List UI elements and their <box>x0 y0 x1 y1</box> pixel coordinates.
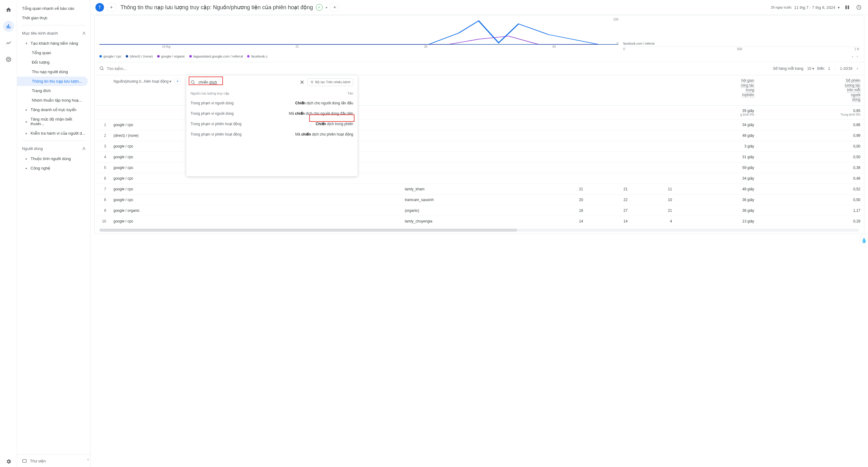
legend-next-icon[interactable]: › <box>856 54 859 59</box>
rail-advertising-icon[interactable] <box>3 54 14 65</box>
svg-point-9 <box>191 81 194 83</box>
sidebar-item-audience[interactable]: Đối tượng <box>17 58 90 67</box>
dropdown-col-name: Tên <box>347 91 353 95</box>
col-sessions-per-user[interactable]: Số phiêntương táctrên mỗingườidùng <box>758 75 864 105</box>
table-search-input[interactable] <box>107 66 770 71</box>
page-range: 1-10/18 <box>840 66 852 71</box>
svg-rect-3 <box>845 5 847 9</box>
header: T + Thông tin thu nạp lưu lượng truy cập… <box>91 0 868 15</box>
multi-channel-filter-button[interactable]: Bộ lọc Trên nhiều kênh <box>307 78 353 86</box>
rows-per-page-label: Số hàng mỗi trang: <box>773 66 804 71</box>
bar-chart[interactable]: facebook.com / referral 0 500 1 N <box>623 18 859 51</box>
goto-label: Đến: <box>817 66 825 71</box>
dropdown-col-scope: Nguồn lưu lượng truy cập <box>190 91 229 95</box>
rows-per-page-select[interactable]: 10 ▾ <box>807 66 814 71</box>
dimension-search-input[interactable]: chiến dịch <box>198 80 297 84</box>
page-prev-icon[interactable]: ‹ <box>833 65 837 72</box>
chevron-down-icon: ▾ <box>838 5 840 10</box>
table-row[interactable]: 8google / cpctramcam_sausinh20221036 giâ… <box>94 194 864 205</box>
filter-icon <box>310 81 314 84</box>
chevron-down-icon: ▾ <box>169 79 171 84</box>
table-row[interactable]: 10google / cpctamly_chuyengia1414413 giâ… <box>94 216 864 227</box>
svg-line-8 <box>102 69 103 70</box>
clear-search-icon[interactable]: ✕ <box>300 79 304 86</box>
search-icon <box>190 80 195 85</box>
chevron-down-icon: ▾ <box>26 41 29 45</box>
col-engagement-time[interactable]: hời gianrơng táctrungh/phiên <box>676 75 758 105</box>
svg-rect-2 <box>23 459 26 462</box>
sidebar-section-user[interactable]: Người dùng ᐱ <box>17 143 90 154</box>
svg-point-0 <box>6 57 11 62</box>
chart-legend: google / cpc (direct) / (none) google / … <box>94 52 864 62</box>
legend-item[interactable]: google / organic <box>157 55 185 58</box>
svg-rect-4 <box>848 5 849 9</box>
dimension-option[interactable]: Trong phạm vi phiên hoạt độngMã chiến dị… <box>186 129 358 140</box>
add-comparison-button[interactable]: + <box>107 3 116 11</box>
sidebar-overview[interactable]: Tổng quan nhanh về báo cáo <box>17 4 90 13</box>
rail-settings-icon[interactable] <box>3 456 14 467</box>
svg-point-1 <box>7 58 9 61</box>
table-row[interactable]: 7google / cpctamly_kham21211148 giây0,52 <box>94 184 864 194</box>
legend-item[interactable]: google / cpc <box>99 55 121 58</box>
rail-explore-icon[interactable] <box>3 37 14 48</box>
workspace-avatar[interactable]: T <box>95 3 104 11</box>
status-check-icon[interactable]: ✓ <box>316 4 323 11</box>
sidebar-tech[interactable]: ▸Công nghệ <box>17 164 90 173</box>
chevron-up-icon: ᐱ <box>83 31 85 35</box>
search-icon <box>99 66 104 71</box>
sidebar-leadgen[interactable]: ▾ Tạo khách hàng tiềm năng <box>17 38 90 48</box>
rail-home-icon[interactable] <box>3 4 14 15</box>
add-button-2[interactable]: + <box>330 3 339 11</box>
sidebar-realtime[interactable]: Thời gian thực <box>17 13 90 23</box>
table-row[interactable]: 9google / organic(organic)18272136 giây1… <box>94 205 864 216</box>
horizontal-scrollbar[interactable] <box>99 229 859 232</box>
date-range-picker[interactable]: 28 ngày trước 11 thg 7 - 7 thg 8, 2024 ▾ <box>771 5 840 10</box>
line-chart[interactable]: 1000 14 thg 21 28 04 <box>99 18 618 51</box>
legend-item[interactable]: facebook.c <box>247 55 267 58</box>
goto-value[interactable]: 1 <box>828 66 830 71</box>
sidebar-item-landing[interactable]: Trang đích <box>17 86 90 95</box>
sidebar-awareness[interactable]: ▸Tăng mức độ nhận biết thươn... <box>17 114 90 128</box>
sidebar-library[interactable]: Thư viện <box>17 455 90 467</box>
dimension-picker-dropdown: chiến dịch ✕ Bộ lọc Trên nhiều kênh Nguồ… <box>186 75 358 176</box>
sidebar-item-traffic-acq[interactable]: Thông tin thu nạp lưu lượn... <box>17 77 88 86</box>
chart-area: 1000 14 thg 21 28 04 facebook.com / refe… <box>94 15 864 52</box>
sidebar-section-business[interactable]: Mục tiêu kinh doanh ᐱ <box>17 28 90 38</box>
svg-point-7 <box>100 67 103 69</box>
sidebar-user-attr[interactable]: ▸Thuộc tính người dùng <box>17 154 90 164</box>
sidebar-collapse-icon[interactable]: ‹ <box>86 455 91 463</box>
share-icon[interactable] <box>855 3 863 11</box>
sidebar-item-overview[interactable]: Tổng quan <box>17 48 90 58</box>
svg-line-10 <box>194 83 194 84</box>
nav-rail <box>0 0 17 467</box>
add-dimension-button[interactable]: + <box>174 78 181 85</box>
sidebar-sales[interactable]: ▸Tăng doanh số trực tuyến <box>17 105 90 114</box>
legend-item[interactable]: (direct) / (none) <box>126 55 153 58</box>
legend-item[interactable]: tagassistant.google.com / referral <box>189 55 243 58</box>
title-dropdown-icon[interactable]: ▾ <box>326 6 327 9</box>
dimension-option[interactable]: Trong phạm vi người dùngMã chiến dịch ch… <box>186 108 358 119</box>
dimension-option[interactable]: Trong phạm vi người dùngChiến dịch cho n… <box>186 98 358 108</box>
page-next-icon[interactable]: › <box>856 65 859 72</box>
rail-reports-icon[interactable] <box>3 21 14 32</box>
chevron-up-icon: ᐱ <box>83 146 85 151</box>
sidebar: Tổng quan nhanh về báo cáo Thời gian thự… <box>17 0 91 467</box>
sidebar-item-cohort[interactable]: Nhóm thuần tập trong hoạ... <box>17 95 90 105</box>
page-title: Thông tin thu nạp lưu lượng truy cập: Ng… <box>121 4 313 11</box>
dimension-option[interactable]: Trong phạm vi phiên hoạt độngChiến dịch … <box>186 119 358 129</box>
sidebar-behavior[interactable]: ▸Kiểm tra hành vi của người d... <box>17 128 90 138</box>
library-icon <box>22 459 27 463</box>
compare-icon[interactable] <box>843 3 851 11</box>
legend-prev-icon[interactable]: ‹ <box>851 54 855 59</box>
sidebar-item-user-acq[interactable]: Thu nạp người dùng <box>17 67 90 77</box>
